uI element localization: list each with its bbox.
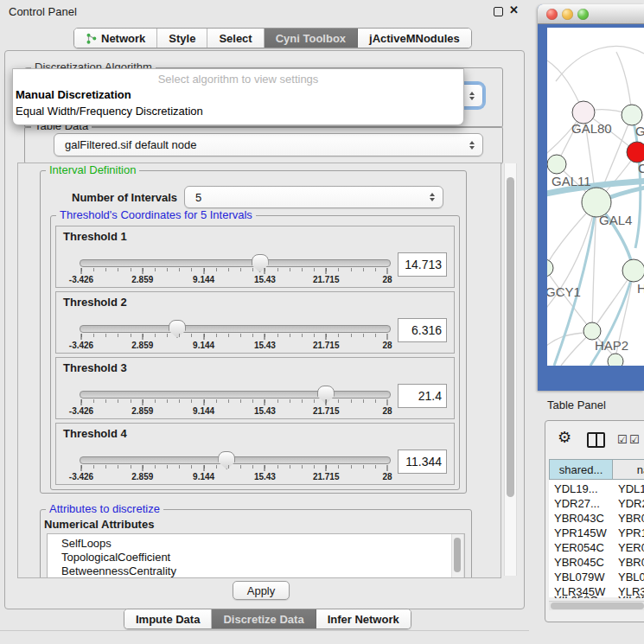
- list-scrollbar-thumb[interactable]: [454, 538, 461, 572]
- node-top-right[interactable]: [622, 105, 642, 125]
- network-canvas[interactable]: GAL80 G. C GAL11 GAL4 GCY1 H HAP2: [547, 28, 644, 366]
- node-label: GAL4: [599, 213, 632, 227]
- checkbox-icon[interactable]: ☑: [617, 434, 628, 445]
- tab-select[interactable]: Select: [207, 29, 264, 48]
- table-cell[interactable]: YDR27...: [618, 497, 644, 510]
- table-cell[interactable]: YPR145W: [554, 526, 611, 539]
- table-cell[interactable]: YBL079W: [618, 571, 644, 583]
- algorithm-dropdown-popup: Select algorithm to view settings Manual…: [12, 68, 464, 125]
- network-window-titlebar[interactable]: [538, 4, 644, 24]
- node-gal11[interactable]: [547, 155, 566, 174]
- tab-style[interactable]: Style: [157, 29, 207, 48]
- column-view-icon[interactable]: [587, 432, 605, 448]
- panel-title: Control Panel: [9, 5, 77, 18]
- list-item[interactable]: BetweennessCentrality: [48, 564, 464, 578]
- zoom-traffic-light-icon[interactable]: [577, 9, 589, 20]
- threshold-row: Threshold 4 -3.426 2.859 9.144 15.43 21.…: [55, 423, 455, 485]
- settings-scrollbar-thumb[interactable]: [507, 177, 514, 497]
- network-graph: GAL80 G. C GAL11 GAL4 GCY1 H HAP2: [547, 28, 644, 366]
- node-hap2[interactable]: [583, 322, 601, 340]
- node-label: GAL11: [552, 174, 591, 188]
- list-item[interactable]: TopologicalCoefficient: [48, 551, 464, 564]
- slider-ticks: -3.426 2.859 9.144 15.43 21.715 28: [81, 268, 387, 285]
- tab-label: Impute Data: [136, 613, 200, 626]
- threshold-label: Threshold 1: [63, 230, 127, 243]
- slider-ticks: -3.426 2.859 9.144 15.43 21.715 28: [81, 334, 387, 351]
- node-bottom[interactable]: [608, 354, 623, 366]
- table-cell[interactable]: YBR045C: [618, 556, 644, 569]
- gear-icon[interactable]: ⚙: [558, 430, 571, 445]
- threshold-row: Threshold 3 -3.426 2.859 9.144 15.43 21.…: [55, 357, 455, 419]
- node-label: HAP2: [595, 338, 628, 353]
- table-cell[interactable]: YIL052C: [554, 594, 611, 598]
- checkbox-icon[interactable]: ☑: [629, 434, 640, 445]
- minor-ticks: [81, 465, 387, 469]
- float-icon[interactable]: [494, 7, 503, 16]
- settings-scroll-viewport: Interval Definition Number of Intervals …: [17, 163, 501, 578]
- list-item[interactable]: SelfLoops: [48, 537, 464, 551]
- table-cell[interactable]: YER054C: [618, 541, 644, 554]
- tab-label: Infer Network: [328, 613, 399, 626]
- table-hscrollbar-thumb[interactable]: [551, 603, 644, 609]
- threshold-slider-track[interactable]: [80, 456, 391, 464]
- minimize-traffic-light-icon[interactable]: [562, 9, 573, 20]
- table-cell[interactable]: YBR045C: [554, 556, 611, 569]
- threshold-value-input[interactable]: [398, 318, 447, 342]
- table-panel-title: Table Panel: [547, 399, 606, 411]
- threshold-value-input[interactable]: [398, 450, 447, 474]
- table-cell[interactable]: YDR27...: [554, 497, 611, 510]
- numerical-attributes-label: Numerical Attributes: [44, 518, 154, 531]
- table-cell[interactable]: YER054C: [554, 541, 611, 554]
- minor-ticks: [81, 268, 387, 271]
- threshold-label: Threshold 2: [63, 296, 127, 309]
- table-header-shared-name[interactable]: shared...: [549, 459, 613, 480]
- threshold-slider-track[interactable]: [80, 391, 391, 399]
- close-traffic-light-icon[interactable]: [546, 9, 558, 20]
- threshold-value-input[interactable]: [398, 252, 447, 277]
- minor-ticks: [81, 399, 387, 403]
- node-h[interactable]: [622, 259, 644, 282]
- tab-jactivemnodules[interactable]: jActiveMNodules: [358, 29, 471, 48]
- tab-label: Select: [219, 32, 252, 45]
- popup-option-manual-discretization[interactable]: Manual Discretization: [16, 88, 131, 101]
- table-cell[interactable]: YDL19...: [554, 482, 611, 495]
- thresholds-group-title: Threshold's Coordinates for 5 Intervals: [56, 209, 256, 220]
- apply-button[interactable]: Apply: [233, 581, 290, 600]
- number-of-intervals-value: 5: [185, 191, 430, 204]
- table-cell[interactable]: YBR043C: [618, 512, 644, 525]
- node-red[interactable]: [627, 142, 644, 163]
- settings-scrollbar[interactable]: [504, 163, 517, 576]
- number-of-intervals-label: Number of Intervals: [72, 191, 177, 204]
- tab-discretize-data[interactable]: Discretize Data: [212, 609, 316, 628]
- tab-impute-data[interactable]: Impute Data: [124, 609, 212, 628]
- table-cell[interactable]: YDL19...: [618, 482, 644, 495]
- popup-option-equal-width-frequency[interactable]: Equal Width/Frequency Discretization: [16, 105, 203, 118]
- table-header-name[interactable]: name: [612, 459, 644, 480]
- number-of-intervals-combobox[interactable]: 5: [184, 186, 443, 208]
- table-data-combobox[interactable]: galFiltered.sif default node: [54, 133, 483, 156]
- threshold-label: Threshold 4: [63, 427, 127, 440]
- threshold-value-input[interactable]: [398, 384, 447, 408]
- table-cell[interactable]: YBR043C: [554, 512, 611, 525]
- threshold-slider-track[interactable]: [80, 325, 391, 333]
- tab-label: Discretize Data: [223, 613, 303, 626]
- screen: Control Panel ✕ Network Style Select Cyn…: [0, 0, 644, 644]
- numerical-attributes-list: SelfLoops TopologicalCoefficient Between…: [47, 533, 465, 578]
- attributes-group-title: Attributes to discretize: [46, 503, 163, 514]
- tab-network[interactable]: Network: [74, 29, 157, 48]
- table-data-combobox-value: galFiltered.sif default node: [54, 138, 469, 151]
- tab-infer-network[interactable]: Infer Network: [316, 609, 411, 628]
- close-icon[interactable]: ✕: [509, 3, 519, 16]
- table-cell[interactable]: YPR145W: [618, 526, 644, 539]
- panel-bottom-divider: [0, 630, 529, 631]
- table-hscrollbar[interactable]: [549, 601, 644, 610]
- threshold-slider-track[interactable]: [80, 259, 391, 267]
- node-label: C: [638, 161, 644, 175]
- table-cell[interactable]: YIL052C: [618, 594, 644, 598]
- table-cell[interactable]: YBL079W: [554, 571, 611, 583]
- list-scrollbar[interactable]: [451, 534, 464, 578]
- interval-definition-group-title: Interval Definition: [46, 164, 139, 175]
- node-gcy1[interactable]: [547, 259, 553, 277]
- tab-cyni-toolbox[interactable]: Cyni Toolbox: [265, 29, 358, 48]
- toolbox-tabbar: Network Style Select Cyni Toolbox jActiv…: [73, 28, 472, 48]
